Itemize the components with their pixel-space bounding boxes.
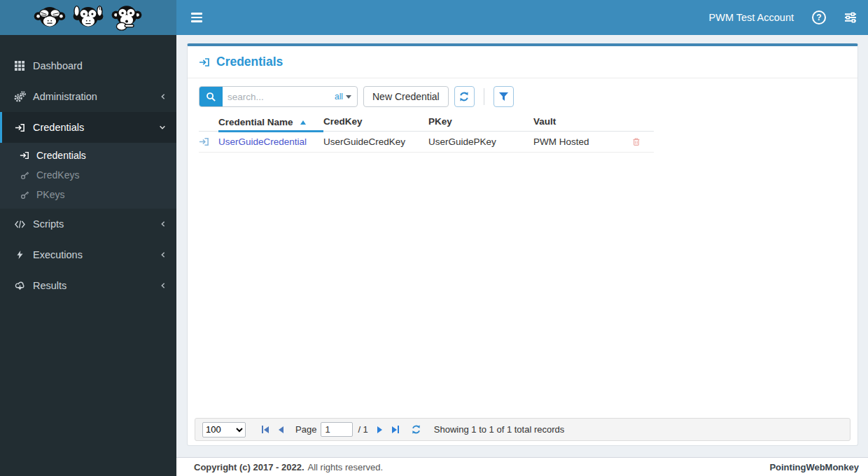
logo-monkey-pointing-icon [109,4,144,31]
sidebar-item-scripts[interactable]: Scripts [0,209,176,239]
row-sign-in-icon [199,132,218,153]
sidebar-item-label: Results [33,280,66,291]
chevron-left-icon [160,251,167,259]
toolbar-separator [484,88,484,105]
search-scope-value: all [335,92,343,102]
sidebar-item-administration[interactable]: Administration [0,81,176,112]
pager-refresh-button[interactable] [411,424,421,435]
grid-icon [11,61,28,71]
sidebar-subitem-pkeys[interactable]: PKeys [0,185,176,204]
search-button[interactable] [200,86,223,107]
filter-funnel-icon [498,92,509,102]
refresh-icon [458,91,470,102]
last-page-button[interactable] [387,423,404,436]
gears-icon [11,91,28,103]
sidebar-item-label: Dashboard [33,60,83,71]
app-logo[interactable] [0,0,176,35]
credential-name-link[interactable]: UserGuideCredential [218,136,307,147]
logo-monkey-see-no-evil-icon [32,4,67,31]
main-content: Credentials all New Cred [176,35,868,457]
brand-name: PointingWebMonkey [769,462,859,472]
page-label: Page [295,424,316,435]
delete-credential-button[interactable] [631,136,641,147]
credentials-panel: Credentials all New Cred [187,43,858,446]
column-header-credential-name[interactable]: Credential Name [218,113,323,132]
search-scope-dropdown[interactable]: all [335,92,357,102]
chevron-down-icon [158,124,167,131]
settings-sliders-icon[interactable] [844,11,857,24]
page-title: Credentials [216,55,283,69]
rights-text: All rights reserved. [308,462,384,472]
records-summary: Showing 1 to 1 of 1 total records [434,424,564,435]
sidebar-nav: Dashboard Administration Credentials [0,35,176,476]
pagination-bar: 100 Page / 1 [195,418,850,441]
page-number-input[interactable] [321,422,353,437]
actions-column-header [631,113,654,132]
sidebar-subitem-label: PKeys [36,189,64,200]
filter-button[interactable] [493,86,514,107]
new-credential-button[interactable]: New Credential [363,86,449,107]
page-footer: Copyright (c) 2017 - 2022. All rights re… [176,457,868,476]
credentials-submenu: Credentials CredKeys PKeys [0,143,176,209]
trash-icon [631,136,641,147]
page-size-select[interactable]: 100 [202,422,246,438]
chevron-left-icon [160,281,167,290]
total-pages: / 1 [358,424,368,435]
key-icon [18,190,31,200]
code-icon [11,220,28,229]
sign-in-icon [18,150,31,160]
sidebar-toggle-button[interactable] [187,8,206,27]
sign-in-icon [199,57,210,68]
sidebar-item-label: Administration [33,91,97,102]
chevron-left-icon [160,220,167,228]
refresh-button[interactable] [454,86,475,107]
table-row: UserGuideCredential UserGuideCredKey Use… [199,132,654,153]
next-page-button[interactable] [372,424,387,436]
vault-cell: PWM Hosted [533,132,631,153]
sidebar-item-label: Executions [33,249,83,260]
credkey-cell: UserGuideCredKey [323,132,428,153]
sort-ascending-icon [300,120,306,125]
bolt-icon [11,250,28,260]
sidebar-subitem-credentials[interactable]: Credentials [0,146,176,165]
sidebar-subitem-label: CredKeys [36,169,79,181]
column-header-vault[interactable]: Vault [533,113,631,132]
sidebar-item-dashboard[interactable]: Dashboard [0,50,176,81]
sidebar-item-credentials[interactable]: Credentials [0,112,176,143]
icon-column-header [199,113,218,132]
first-page-button[interactable] [257,423,274,436]
sidebar-item-label: Credentials [33,122,84,133]
search-group: all [199,86,358,107]
account-menu[interactable]: PWM Test Account [709,12,794,23]
key-icon [18,171,31,180]
pkey-cell: UserGuidePKey [428,132,533,153]
column-header-pkey[interactable]: PKey [428,113,533,132]
caret-down-icon [346,95,351,99]
sign-in-icon [11,122,28,133]
search-icon [206,92,216,102]
sidebar-subitem-label: Credentials [36,150,86,161]
sidebar-item-executions[interactable]: Executions [0,239,176,270]
logo-monkey-hear-no-evil-icon [71,4,106,31]
previous-page-button[interactable] [274,424,288,436]
toolbar: all New Credential [188,78,858,107]
refresh-icon [411,424,421,435]
credentials-table: Credential Name CredKey PKey Vault [199,113,846,153]
sidebar-item-results[interactable]: Results [0,270,176,301]
table-header-row: Credential Name CredKey PKey Vault [199,113,654,132]
copyright-text: Copyright (c) 2017 - 2022. [194,462,304,472]
sidebar-item-label: Scripts [33,218,64,230]
help-icon[interactable]: ? [812,10,826,24]
search-input[interactable] [223,92,335,102]
panel-header: Credentials [188,46,858,78]
chevron-left-icon [160,92,167,101]
sidebar-subitem-credkeys[interactable]: CredKeys [0,165,176,185]
column-header-credkey[interactable]: CredKey [323,113,428,132]
top-navbar: PWM Test Account ? [176,0,868,35]
cloud-download-icon [11,281,28,290]
